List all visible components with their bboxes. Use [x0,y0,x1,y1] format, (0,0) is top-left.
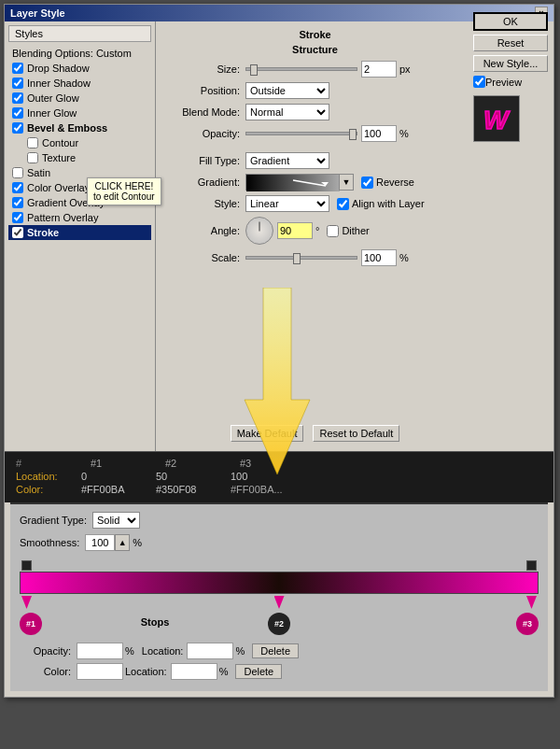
gradient-preview[interactable] [245,174,339,191]
sidebar-item-outer-glow[interactable]: Outer Glow [8,91,151,106]
scale-row: Scale: % [165,249,465,266]
position-select[interactable]: Outside Inside Center [245,82,329,99]
stop-color-delete-btn[interactable]: Delete [235,664,282,679]
style-row: Style: Linear Radial Angle Align with La… [165,195,465,212]
dialog-title: Layer Style [10,7,65,19]
stop-location-input1[interactable] [187,643,233,659]
section-title: Stroke [165,29,465,40]
stop-location-label1: Location: [142,645,184,657]
tooltip: CLICK HERE! to edit Contour [87,177,161,205]
gradient-editor-panel: Gradient Type: Solid Noise Smoothness: ▲… [10,502,548,691]
down-arrow [240,288,315,474]
stop-label-3[interactable]: #3 [516,613,539,635]
reverse-check-label: Reverse [361,177,414,189]
bottom-h1[interactable]: #1 [87,458,161,469]
sidebar-item-blending-options[interactable]: Blending Options: Custom [8,46,151,61]
opacity-stops-row [20,560,539,571]
location-label: Location: [12,471,77,482]
opacity-slider[interactable] [245,132,357,135]
position-row: Position: Outside Inside Center [165,82,465,99]
dither-checkbox[interactable] [327,225,339,237]
size-unit: px [399,64,411,75]
ok-button[interactable]: OK [473,12,548,31]
color-val-3: #FF00BA... [227,484,301,495]
smoothness-label: Smoothness: [20,537,79,548]
reset-default-button[interactable]: Reset to Default [313,425,399,442]
scale-label: Scale: [165,252,240,263]
bottom-h2[interactable]: #2 [161,458,236,469]
sidebar-item-inner-shadow[interactable]: Inner Shadow [8,76,151,91]
smoothness-step-btn[interactable]: ▲ [115,534,130,551]
opacity-label: Opacity: [165,128,240,139]
stop-opacity-row: Opacity: % Location: % Delete [20,643,539,659]
align-checkbox[interactable] [337,198,349,210]
sidebar-item-pattern-overlay[interactable]: Pattern Overlay [8,210,151,225]
sidebar-item-drop-shadow[interactable]: Drop Shadow [8,61,151,76]
sidebar-item-texture[interactable]: Texture [23,150,151,165]
color-val-1: #FF00BA [77,484,152,495]
bottom-hash: # [12,458,87,469]
blend-mode-select[interactable]: Normal Multiply Screen [245,104,329,120]
size-input[interactable] [361,61,397,78]
opacity-row: Opacity: % [165,125,465,142]
styles-header[interactable]: Styles [8,25,151,42]
fill-type-label: Fill Type: [165,155,240,166]
color-val-2: #350F08 [152,484,227,495]
opacity-stop-right[interactable] [526,560,537,571]
gradient-bar-container: #1 Stops #2 #3 [20,560,539,635]
align-check-label: Align with Layer [337,198,425,210]
sidebar-item-bevel-emboss[interactable]: Bevel & Emboss [8,120,151,135]
scale-input[interactable] [361,249,397,266]
opacity-input[interactable] [361,125,397,142]
style-select[interactable]: Linear Radial Angle [245,195,329,212]
angle-dial[interactable] [245,217,273,245]
layer-style-dialog: Layer Style × Styles Blending Options: C… [4,4,554,698]
gradient-type-select[interactable]: Solid Noise [92,512,140,529]
stop-location-input2[interactable] [171,663,217,680]
angle-input[interactable] [277,222,313,239]
stop-labels-row: #1 Stops #2 #3 [20,607,539,635]
stop-label-1[interactable]: #1 [20,613,42,635]
sidebar-item-inner-glow[interactable]: Inner Glow [8,106,151,120]
gradient-dropdown-btn[interactable]: ▼ [339,174,354,191]
reverse-checkbox[interactable] [361,177,373,189]
grad-type-label: Gradient Type: [20,515,87,526]
default-buttons: Make Default Reset to Default [165,425,465,442]
smoothness-unit: % [133,537,142,548]
preview-thumbnail: W W [473,95,520,142]
left-panel: Styles Blending Options: Custom Drop Sha… [5,21,156,451]
svg-text:W: W [483,106,511,134]
stop-color-label: Color: [20,666,71,677]
gradient-type-row: Gradient Type: Solid Noise [20,512,539,529]
stop-opacity-unit: % [125,645,134,657]
opacity-stop-left[interactable] [21,560,32,571]
fill-type-select[interactable]: Gradient Color Pattern [245,152,329,169]
sub-section-title: Structure [165,44,465,55]
smoothness-input[interactable] [85,534,115,551]
blend-mode-label: Blend Mode: [165,106,240,118]
reset-button[interactable]: Reset [473,35,548,51]
color-stops-row [20,594,539,607]
preview-checkbox[interactable] [473,76,485,88]
fill-type-row: Fill Type: Gradient Color Pattern [165,152,465,169]
title-bar: Layer Style × [5,5,553,21]
size-row: Size: px [165,61,465,78]
stop-opacity-delete-btn[interactable]: Delete [252,643,299,658]
preview-check-row: Preview [473,76,548,88]
size-label: Size: [165,64,240,75]
opacity-unit: % [399,128,409,139]
gradient-label: Gradient: [165,177,240,188]
stop-location-unit1: % [235,645,245,657]
loc-val-2: 50 [152,471,227,482]
gradient-bar[interactable] [20,572,539,594]
new-style-button[interactable]: New Style... [473,55,548,72]
stop-color-input[interactable] [77,663,123,680]
scale-slider[interactable] [245,256,357,260]
stop-label-2[interactable]: #2 [268,613,290,635]
style-label: Style: [165,198,240,209]
sidebar-item-stroke[interactable]: Stroke [8,225,151,240]
size-slider[interactable] [245,67,357,71]
angle-degree: ° [315,225,319,236]
sidebar-item-contour[interactable]: Contour [23,135,151,150]
stop-opacity-input[interactable] [77,643,123,659]
